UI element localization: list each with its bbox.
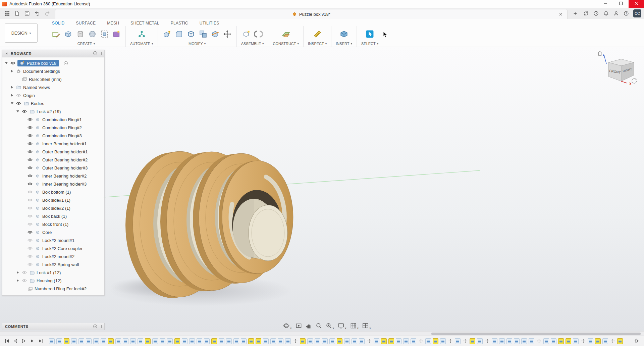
document-tab[interactable]: Puzzle box v18* <box>55 9 568 19</box>
visibility-eye-icon[interactable] <box>27 255 33 258</box>
visibility-eye-icon[interactable] <box>27 263 33 266</box>
ribbon-tab-utilities[interactable]: UTILITIES <box>199 20 220 26</box>
timeline-feature-highlighted-75[interactable] <box>595 338 601 344</box>
timeline-feature-4[interactable] <box>71 338 77 344</box>
measure-icon[interactable] <box>313 30 322 39</box>
tree-label[interactable]: Lock#2 Core coupler <box>42 246 83 251</box>
expander-down-icon[interactable] <box>10 102 14 104</box>
collapse-panel-icon[interactable] <box>5 52 8 56</box>
timeline-feature-66[interactable] <box>529 338 534 344</box>
timeline-feature-32[interactable] <box>278 338 283 344</box>
timeline-feature-highlighted-3[interactable] <box>64 338 69 344</box>
tree-row-inner-bearing-holder-2[interactable]: Inner Bearing holder#2 <box>21 172 104 180</box>
sync-icon[interactable] <box>582 9 590 18</box>
tree-row-origin[interactable]: Origin <box>10 91 104 99</box>
timeline-feature-37[interactable] <box>315 338 320 344</box>
tree-row-core[interactable]: Core <box>21 228 104 236</box>
insert-icon[interactable] <box>339 30 349 39</box>
clock-icon[interactable] <box>592 9 600 18</box>
timeline-feature-31[interactable] <box>270 338 276 344</box>
timeline-feature-2[interactable] <box>56 338 62 344</box>
tree-label[interactable]: Lock#2 mount#1 <box>42 238 74 243</box>
timeline-move-feature-60[interactable] <box>484 338 490 344</box>
tree-row-box-back-1[interactable]: Box back (1) <box>21 212 104 220</box>
menu-select[interactable]: SELECT▾ <box>361 42 378 46</box>
tree-row-box-bottom-1[interactable]: Box bottom (1) <box>21 188 104 196</box>
tree-label[interactable]: Named Views <box>23 85 50 90</box>
timeline-feature-highlighted-40[interactable] <box>337 338 342 344</box>
timeline-feature-15[interactable] <box>152 338 158 344</box>
help-icon[interactable]: ? <box>622 9 631 18</box>
tree-row-numbered-ring-for-lock-2[interactable]: Numbered Ring For lock#2 <box>21 285 104 293</box>
timeline-feature-41[interactable] <box>344 338 350 344</box>
step-back-button[interactable] <box>12 337 19 345</box>
ribbon-tab-plastic[interactable]: PLASTIC <box>170 20 189 26</box>
timeline-feature-10[interactable] <box>115 338 121 344</box>
tree-label[interactable]: Core <box>42 230 52 235</box>
tree-label[interactable]: Origin <box>23 93 35 98</box>
timeline-feature-63[interactable] <box>506 338 512 344</box>
timeline-feature-8[interactable] <box>101 338 106 344</box>
maximize-button[interactable] <box>613 0 629 8</box>
zoom-button[interactable] <box>315 322 323 331</box>
tree-row-lock-2-mount-1[interactable]: Lock#2 mount#1 <box>21 236 104 244</box>
visibility-eye-icon[interactable] <box>27 223 33 226</box>
expander-right-icon[interactable] <box>10 94 14 97</box>
tree-label[interactable]: Box side#2 (1) <box>42 206 70 211</box>
menu-automate[interactable]: AUTOMATE▾ <box>130 42 153 46</box>
tree-row-outer-bearing-holder-2[interactable]: Outer Bearing holder#2 <box>21 156 104 164</box>
timeline-feature-36[interactable] <box>307 338 313 344</box>
timeline-feature-62[interactable] <box>499 338 505 344</box>
timeline-feature-68[interactable] <box>543 338 549 344</box>
visibility-eye-icon[interactable] <box>27 198 33 202</box>
tree-label[interactable]: Lock#2 Spring wall <box>42 262 79 267</box>
timeline-feature-52[interactable] <box>425 338 431 344</box>
tree-label[interactable]: Outer Bearing holder#1 <box>42 149 88 154</box>
orbit-button[interactable]: ▾ <box>282 322 292 331</box>
home-icon[interactable] <box>598 51 602 55</box>
visibility-eye-icon[interactable] <box>27 118 33 121</box>
timeline-scrollbar-thumb[interactable] <box>431 333 641 335</box>
tree-row-outer-bearing-holder-3[interactable]: Outer Bearing holder#3 <box>21 164 104 172</box>
timeline-feature-45[interactable] <box>374 338 379 344</box>
timeline-feature-highlighted-23[interactable] <box>211 338 217 344</box>
visibility-eye-icon[interactable] <box>27 214 33 218</box>
visibility-eye-icon[interactable] <box>21 271 28 274</box>
timeline-feature-74[interactable] <box>588 338 593 344</box>
select-icon[interactable] <box>365 30 375 39</box>
timeline-feature-50[interactable] <box>411 338 416 344</box>
menu-construct[interactable]: CONSTRUCT▾ <box>273 42 299 46</box>
tree-label[interactable]: Inner Bearing holder#2 <box>42 174 87 179</box>
tree-label[interactable]: Puzzle box v18 <box>27 61 56 66</box>
tree-row-lock-2-mount-2[interactable]: Lock#2 mount#2 <box>21 252 104 260</box>
expander-right-icon[interactable] <box>16 271 20 274</box>
file-menu-icon[interactable] <box>13 9 21 18</box>
viewcube-menu-arrow[interactable] <box>632 79 637 83</box>
jump-start-button[interactable] <box>3 337 11 345</box>
tree-label[interactable]: Box bottom (1) <box>42 190 71 195</box>
construct-plane-icon[interactable] <box>281 30 290 39</box>
timeline-feature-27[interactable] <box>241 338 247 344</box>
visibility-eye-icon[interactable] <box>27 166 33 169</box>
timeline-feature-1[interactable] <box>49 338 55 344</box>
look-at-button[interactable] <box>295 322 303 331</box>
timeline-feature-48[interactable] <box>396 338 401 344</box>
tree-row-combination-ring-3[interactable]: Combination Ring#3 <box>21 132 104 140</box>
visibility-eye-icon[interactable] <box>27 158 33 161</box>
timeline-feature-54[interactable] <box>440 338 446 344</box>
new-tab-button[interactable] <box>571 9 580 18</box>
tree-row-combination-ring-1[interactable]: Combination Ring#1 <box>21 115 104 123</box>
menu-insert[interactable]: INSERT▾ <box>336 42 352 46</box>
timeline-feature-highlighted-78[interactable] <box>617 338 623 344</box>
visibility-eye-icon[interactable] <box>27 247 33 250</box>
tree-label[interactable]: Inner Bearing holder#3 <box>42 182 87 187</box>
timeline-feature-25[interactable] <box>226 338 232 344</box>
tree-row-lock-1-12[interactable]: Lock #1 (12) <box>16 268 104 277</box>
timeline-feature-highlighted-58[interactable] <box>470 338 475 344</box>
close-tab-icon[interactable] <box>557 11 564 17</box>
visibility-eye-icon[interactable] <box>15 94 22 97</box>
timeline-feature-20[interactable] <box>189 338 195 344</box>
automate-icon[interactable] <box>137 30 146 39</box>
timeline-feature-24[interactable] <box>219 338 224 344</box>
timeline-feature-5[interactable] <box>78 338 84 344</box>
